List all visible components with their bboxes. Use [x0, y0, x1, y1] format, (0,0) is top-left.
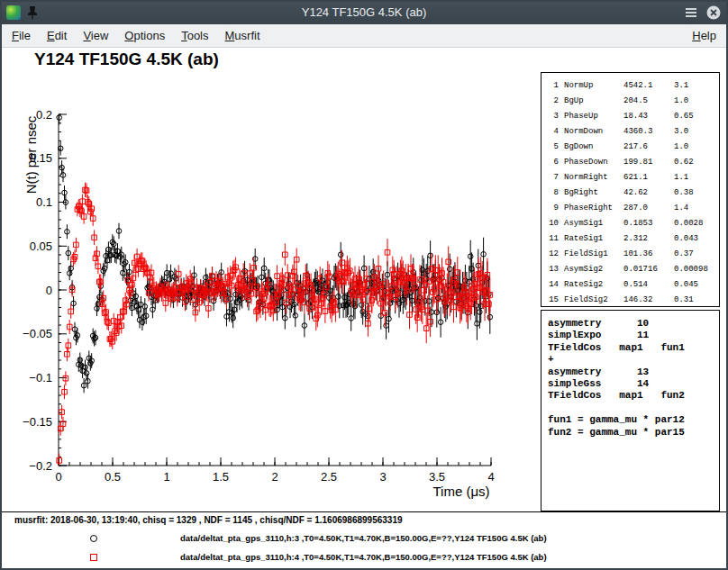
parameter-panel: 1NormUp4542.13.12BgUp204.51.03PhaseUp18.…: [541, 72, 720, 307]
window-menu-icon[interactable]: [685, 7, 697, 18]
param-row: 3PhaseUp18.430.65: [548, 109, 716, 124]
param-name: BgDown: [564, 140, 618, 155]
x-tick-label: 3: [379, 470, 386, 484]
theory-line: asymmetry 13: [548, 366, 719, 378]
param-value: 0.1853: [623, 216, 669, 231]
red-square-icon: [90, 554, 97, 561]
fit-statistics: musrfit: 2018-06-30, 13:19:40, chisq = 1…: [14, 515, 403, 525]
param-error: 1.0: [674, 140, 716, 155]
param-no: 3: [548, 109, 559, 124]
theory-line: simplExpo 11: [548, 330, 719, 341]
menu-item-musrfit[interactable]: Musrfit: [217, 26, 268, 45]
param-no: 9: [548, 201, 559, 216]
param-error: 0.65: [674, 109, 716, 124]
x-tick-label: 3.5: [429, 470, 445, 484]
param-value: 146.32: [623, 293, 669, 308]
x-tick-label: 0.5: [105, 470, 121, 484]
menu-bar: FileEditViewOptionsToolsMusrfit Help: [0, 24, 728, 48]
param-name: BgRight: [564, 185, 618, 201]
app-icon: [6, 5, 21, 20]
theory-panel: asymmetry 10simplExpo 11TFieldCos map1 f…: [541, 310, 720, 511]
param-no: 6: [548, 155, 559, 170]
param-row: 7NormRight621.11.1: [548, 170, 716, 185]
param-row: 10AsymSig10.18530.0028: [548, 216, 716, 231]
param-row: 15FieldSig2146.320.31: [548, 293, 716, 308]
param-no: 7: [548, 170, 559, 185]
param-no: 11: [548, 231, 559, 247]
plot-canvas[interactable]: 00.511.522.533.54−0.2−0.15−0.1−0.0500.05…: [0, 77, 541, 511]
param-error: 1.4: [674, 201, 716, 216]
param-error: 1.1: [674, 170, 716, 185]
legend-item: data/deltat_pta_gps_3110,h:4 ,T0=4.50K,T…: [0, 551, 547, 563]
titlebar[interactable]: Y124 TF150G 4.5K (ab): [0, 0, 728, 24]
y-tick-label: −0.05: [23, 327, 52, 340]
param-row: 4NormDown4360.33.0: [548, 124, 716, 140]
param-value: 199.81: [623, 155, 669, 170]
close-icon[interactable]: [705, 5, 722, 21]
param-error: 0.38: [674, 185, 716, 201]
x-tick-label: 2.5: [321, 470, 337, 484]
param-no: 14: [548, 277, 559, 293]
param-row: 5BgDown217.61.0: [548, 140, 716, 155]
param-no: 13: [548, 262, 559, 277]
menu-item-tools[interactable]: Tools: [173, 26, 216, 45]
param-name: PhaseUp: [564, 109, 618, 124]
param-no: 12: [548, 247, 559, 262]
param-name: RateSig1: [564, 231, 618, 247]
param-no: 1: [548, 78, 559, 94]
param-name: NormUp: [564, 78, 618, 94]
y-tick-label: 0.05: [30, 240, 52, 253]
param-no: 15: [548, 293, 559, 308]
plot-legend: data/deltat_pta_gps_3110,h:3 ,T0=4.50K,T…: [0, 532, 547, 563]
param-error: 3.1: [674, 78, 716, 94]
param-value: 4542.1: [623, 78, 669, 94]
theory-line: +: [548, 354, 719, 366]
menu-item-view[interactable]: View: [75, 26, 116, 45]
legend-label: data/deltat_pta_gps_3110,h:3 ,T0=4.50K,T…: [180, 533, 547, 543]
param-value: 42.62: [623, 185, 669, 201]
param-value: 204.5: [623, 94, 669, 109]
menu-item-options[interactable]: Options: [116, 26, 173, 45]
param-row: 12FieldSig1101.360.37: [548, 247, 716, 262]
param-value: 2.312: [623, 231, 669, 247]
menu-items: FileEditViewOptionsToolsMusrfit: [4, 26, 268, 45]
pin-icon[interactable]: [27, 5, 38, 20]
theory-line: [548, 403, 719, 414]
param-error: 0.37: [674, 247, 716, 262]
theory-line: TFieldCos map1 fun1: [548, 342, 719, 354]
param-no: 8: [548, 185, 559, 201]
param-name: RateSig2: [564, 277, 618, 293]
param-name: FieldSig2: [564, 293, 618, 308]
menu-item-edit[interactable]: Edit: [39, 26, 75, 45]
param-error: 0.31: [674, 293, 716, 308]
y-tick-label: −0.2: [29, 459, 52, 473]
param-error: 1.0: [674, 94, 716, 109]
series-markers: [57, 187, 493, 463]
y-tick-label: −0.1: [29, 371, 52, 385]
param-name: FieldSig1: [564, 247, 618, 262]
param-name: NormRight: [564, 170, 618, 185]
footer-separator: [0, 511, 728, 512]
theory-line: TFieldCos map1 fun2: [548, 390, 719, 402]
y-tick-label: 0.1: [36, 195, 52, 209]
param-error: 0.00098: [674, 262, 716, 277]
x-tick-label: 1: [163, 470, 169, 484]
param-error: 0.62: [674, 155, 716, 170]
param-name: AsymSig2: [564, 262, 618, 277]
param-value: 101.36: [623, 247, 669, 262]
param-value: 621.1: [623, 170, 669, 185]
legend-label: data/deltat_pta_gps_3110,h:4 ,T0=4.50K,T…: [180, 552, 547, 562]
black-circle-icon: [90, 535, 97, 542]
theory-line: fun1 = gamma_mu * par12: [548, 414, 719, 426]
param-row: 6PhaseDown199.810.62: [548, 155, 716, 170]
series-markers: [57, 115, 493, 388]
parameter-list: 1NormUp4542.13.12BgUp204.51.03PhaseUp18.…: [548, 78, 716, 308]
param-value: 4360.3: [623, 124, 669, 140]
menu-item-file[interactable]: File: [4, 26, 39, 45]
param-value: 0.01716: [623, 262, 669, 277]
theory-line: asymmetry 10: [548, 318, 719, 330]
param-no: 2: [548, 94, 559, 109]
menu-item-help[interactable]: Help: [684, 26, 724, 45]
x-axis-title: Time (μs): [432, 484, 489, 499]
param-name: NormDown: [564, 124, 618, 140]
